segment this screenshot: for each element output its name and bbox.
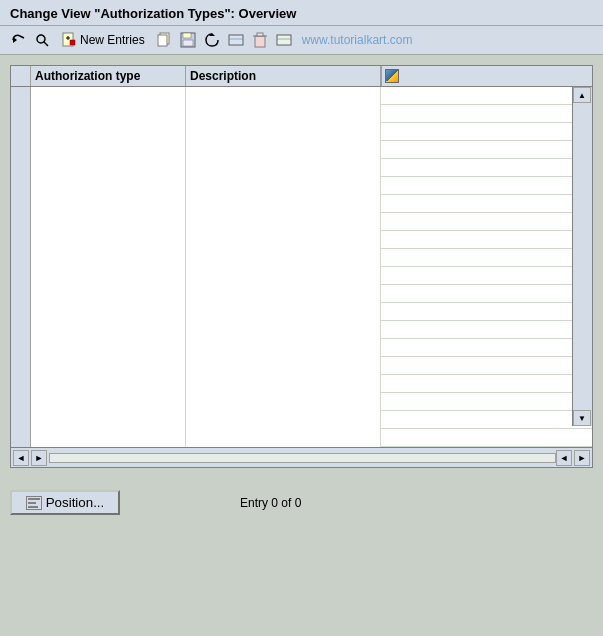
table-row (11, 123, 592, 141)
col-header-description: Description (186, 66, 381, 86)
scroll-track-horizontal[interactable] (49, 453, 556, 463)
table-header: Authorization type Description (11, 66, 592, 87)
watermark: www.tutorialkart.com (302, 33, 413, 47)
svg-rect-18 (277, 35, 291, 45)
table-row (11, 375, 592, 393)
new-entries-label: New Entries (80, 33, 145, 47)
revert-icon[interactable] (202, 30, 222, 50)
table-row (11, 159, 592, 177)
table-row (11, 249, 592, 267)
copy-icon[interactable] (154, 30, 174, 50)
table-row (11, 411, 592, 429)
position-button[interactable]: Position... (10, 490, 120, 515)
info-icon[interactable] (274, 30, 294, 50)
table-row (11, 303, 592, 321)
svg-rect-13 (229, 35, 243, 45)
scroll-right-button[interactable]: ► (31, 450, 47, 466)
svg-rect-10 (183, 33, 191, 38)
col-selector-header (11, 66, 31, 86)
table-body-wrapper: ▲ ▼ (11, 87, 592, 447)
scroll-down-button[interactable]: ▼ (573, 410, 591, 426)
svg-rect-17 (257, 33, 263, 36)
delete-icon[interactable] (250, 30, 270, 50)
table-row (11, 195, 592, 213)
find-icon[interactable] (32, 30, 52, 50)
table-container: Authorization type Description (10, 65, 593, 468)
table-row (11, 357, 592, 375)
table-row (11, 393, 592, 411)
svg-rect-11 (183, 40, 193, 46)
position-button-icon (26, 496, 42, 510)
position-label: Position... (46, 495, 105, 510)
col-tech-icon[interactable] (381, 66, 401, 86)
svg-rect-15 (255, 36, 265, 47)
entry-count: Entry 0 of 0 (240, 496, 301, 510)
table-row (11, 87, 592, 105)
svg-marker-0 (13, 37, 17, 43)
toolbar: New Entries (0, 26, 603, 55)
table-row (11, 429, 592, 447)
table-row (11, 177, 592, 195)
save-icon[interactable] (178, 30, 198, 50)
title-bar: Change View "Authorization Types": Overv… (0, 0, 603, 26)
scroll-end-left-button[interactable]: ◄ (556, 450, 572, 466)
horizontal-scroll-area: ◄ ► (13, 450, 556, 466)
table-row (11, 105, 592, 123)
table-row (11, 339, 592, 357)
new-entries-button[interactable]: New Entries (56, 30, 150, 50)
right-scroll-end: ◄ ► (556, 450, 590, 466)
svg-rect-8 (158, 35, 167, 46)
page-title: Change View "Authorization Types": Overv… (10, 6, 593, 21)
svg-rect-22 (28, 506, 38, 508)
undo-icon[interactable] (8, 30, 28, 50)
vertical-scrollbar: ▲ ▼ (572, 87, 592, 426)
svg-rect-6 (70, 40, 75, 45)
svg-rect-20 (28, 498, 40, 500)
table-row (11, 267, 592, 285)
svg-point-1 (37, 35, 45, 43)
table-footer-scrollbar: ◄ ► ◄ ► (11, 447, 592, 467)
table-body (11, 87, 592, 447)
table-row (11, 141, 592, 159)
transport-icon[interactable] (226, 30, 246, 50)
table-row (11, 285, 592, 303)
main-content: Authorization type Description (0, 55, 603, 478)
table-row (11, 213, 592, 231)
svg-rect-21 (28, 502, 36, 504)
scroll-end-right-button[interactable]: ► (574, 450, 590, 466)
svg-line-2 (44, 42, 48, 46)
scroll-left-button[interactable]: ◄ (13, 450, 29, 466)
col-header-auth-type: Authorization type (31, 66, 186, 86)
scroll-track-vertical[interactable] (573, 103, 592, 410)
scroll-up-button[interactable]: ▲ (573, 87, 591, 103)
table-row (11, 231, 592, 249)
bottom-bar: Position... Entry 0 of 0 (0, 478, 603, 527)
table-row (11, 321, 592, 339)
